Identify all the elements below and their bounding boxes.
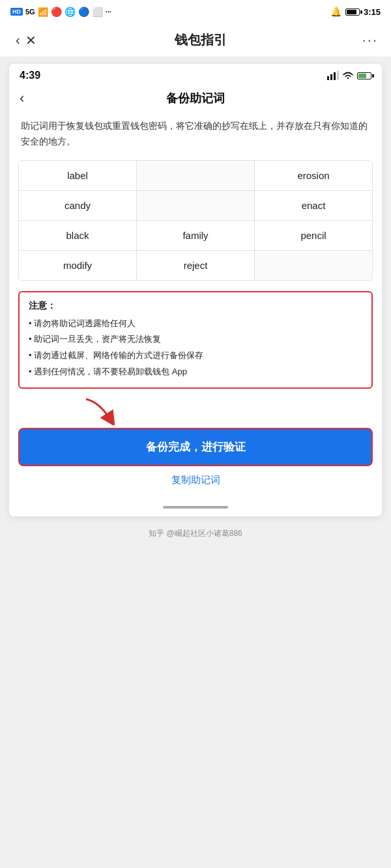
battery-icon (345, 8, 360, 16)
inner-nav: ‹ 备份助记词 (9, 85, 382, 113)
word-enact: enact (255, 191, 372, 220)
word-empty-3 (255, 251, 372, 280)
mnemonic-row-4: modify reject (19, 251, 372, 280)
outer-status-right: 🔔 3:15 (330, 7, 381, 17)
word-candy: candy (19, 191, 137, 220)
word-modify: modify (19, 251, 137, 280)
svg-rect-3 (337, 71, 339, 80)
bell-icon: 🔔 (330, 7, 341, 17)
app-back-button[interactable]: ‹ (13, 30, 23, 50)
backup-button-container: 备份完成，进行验证 (9, 428, 382, 471)
svg-rect-0 (327, 76, 329, 80)
signal-bars-icon: 📶 (38, 7, 48, 17)
warning-item-4: • 遇到任何情况，请不要轻易卸载钱包 App (29, 364, 362, 380)
warning-box: 注意： • 请勿将助记词透露给任何人 • 助记词一旦丢失，资产将无法恢复 • 请… (18, 291, 373, 389)
word-black: black (19, 221, 137, 250)
word-family: family (137, 221, 255, 250)
svg-rect-2 (334, 72, 336, 80)
word-label: label (19, 161, 137, 190)
arrow-container (9, 402, 382, 425)
word-erosion: erosion (255, 161, 372, 190)
outer-status-bar: HD 5G 📶 🔴 🌐 🔵 ⬜ ··· 🔔 3:15 (0, 0, 391, 23)
inner-nav-title: 备份助记词 (166, 91, 225, 106)
word-reject: reject (137, 251, 255, 280)
outer-status-left: HD 5G 📶 🔴 🌐 🔵 ⬜ ··· (10, 7, 111, 17)
word-empty-2 (137, 191, 255, 220)
warning-item-2: • 助记词一旦丢失，资产将无法恢复 (29, 331, 362, 348)
copy-link[interactable]: 复制助记词 (9, 471, 382, 498)
watermark: 知乎 @崛起社区小诸葛886 (0, 523, 391, 550)
app-nav-title: 钱包指引 (39, 31, 362, 49)
app1-icon: 🌐 (65, 7, 76, 17)
hd-badge: HD (10, 8, 23, 16)
more-dots: ··· (106, 8, 111, 16)
signal-5g: 5G (25, 8, 35, 16)
app3-icon: ⬜ (92, 7, 103, 17)
home-bar (9, 498, 382, 516)
inner-back-button[interactable]: ‹ (20, 90, 24, 107)
app-nav-bar: ‹ ✕ 钱包指引 ··· (0, 23, 391, 57)
inner-status-bar: 4:39 (9, 64, 382, 85)
arrow-icon (80, 397, 119, 425)
mnemonic-row-3: black family pencil (19, 221, 372, 251)
mnemonic-row-1: label erosion (19, 161, 372, 191)
phone-screen: 4:39 ‹ 备份助记词 助记词用于恢复钱包或重置钱包密码，将它准确的抄写在纸上… (9, 64, 382, 516)
weibo-icon: 🔴 (51, 7, 62, 17)
signal-bars-inner-icon (327, 71, 339, 80)
wifi-icon (342, 71, 354, 80)
word-empty-1 (137, 161, 255, 190)
description-text: 助记词用于恢复钱包或重置钱包密码，将它准确的抄写在纸上，并存放在只有你知道的安全… (9, 113, 382, 160)
svg-rect-1 (330, 74, 332, 80)
outer-time: 3:15 (364, 7, 381, 17)
inner-battery-icon (357, 72, 371, 79)
inner-time: 4:39 (20, 70, 40, 81)
app2-icon: 🔵 (78, 7, 89, 17)
app-close-button[interactable]: ✕ (23, 30, 39, 51)
mnemonic-grid: label erosion candy enact black family p… (18, 160, 373, 281)
warning-title: 注意： (29, 300, 362, 312)
home-indicator (163, 506, 228, 509)
word-pencil: pencil (255, 221, 372, 250)
mnemonic-row-2: candy enact (19, 191, 372, 221)
inner-status-icons (327, 71, 371, 80)
backup-button[interactable]: 备份完成，进行验证 (18, 428, 373, 466)
warning-item-1: • 请勿将助记词透露给任何人 (29, 316, 362, 332)
warning-item-3: • 请勿通过截屏、网络传输的方式进行备份保存 (29, 348, 362, 364)
app-more-icon[interactable]: ··· (362, 32, 378, 49)
